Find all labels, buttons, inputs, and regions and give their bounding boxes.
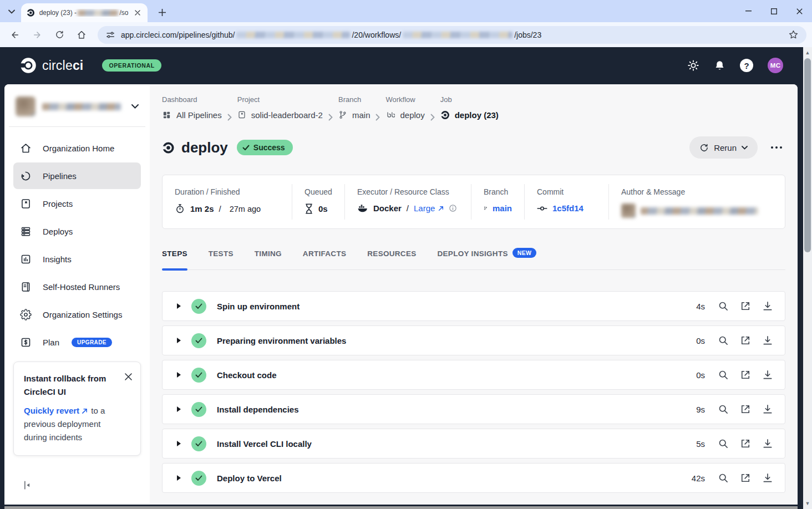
circleci-logo[interactable]: circleci bbox=[20, 57, 83, 74]
sidebar-item-plan[interactable]: Plan UPGRADE bbox=[13, 329, 141, 355]
notifications-button[interactable] bbox=[714, 59, 725, 72]
window-close-button[interactable] bbox=[786, 0, 812, 22]
step-name: Install Vercel CLI locally bbox=[217, 439, 312, 449]
step-row-deploy-to-vercel[interactable]: Deploy to Vercel 42s bbox=[162, 463, 785, 493]
scroll-up-arrow[interactable]: ▲ bbox=[803, 48, 812, 57]
upgrade-badge[interactable]: UPGRADE bbox=[72, 338, 112, 347]
expand-caret-icon[interactable] bbox=[177, 372, 181, 378]
horizontal-scrollbar[interactable] bbox=[4, 506, 798, 509]
download-output-button[interactable] bbox=[762, 369, 774, 381]
window-minimize-button[interactable] bbox=[735, 0, 761, 22]
status-operational-badge[interactable]: OPERATIONAL bbox=[102, 59, 161, 72]
sidebar-item-organization-settings[interactable]: Organization Settings bbox=[13, 301, 141, 328]
window-maximize-button[interactable] bbox=[761, 0, 786, 22]
search-output-button[interactable] bbox=[717, 369, 729, 381]
sidebar-item-insights[interactable]: Insights bbox=[13, 246, 141, 272]
back-button[interactable] bbox=[6, 26, 24, 44]
sidebar-item-organization-home[interactable]: Organization Home bbox=[13, 135, 141, 161]
breadcrumb-project-link[interactable]: solid-leaderboard-2 bbox=[237, 109, 323, 121]
reload-button[interactable] bbox=[50, 26, 69, 44]
open-in-new-button[interactable] bbox=[739, 437, 752, 450]
tab-close-icon[interactable] bbox=[133, 8, 143, 18]
breadcrumb-branch-link[interactable]: main bbox=[338, 109, 371, 121]
expand-caret-icon[interactable] bbox=[177, 475, 181, 481]
download-output-button[interactable] bbox=[762, 334, 774, 347]
open-in-new-button[interactable] bbox=[739, 334, 752, 347]
org-switcher[interactable] bbox=[4, 84, 150, 126]
rerun-button[interactable]: Rerun bbox=[689, 136, 758, 159]
download-output-button[interactable] bbox=[762, 403, 774, 415]
success-check-icon bbox=[191, 436, 206, 451]
tab-deploy-insights[interactable]: DEPLOY INSIGHTSNEW bbox=[438, 250, 537, 269]
breadcrumb-workflow-link[interactable]: deploy bbox=[385, 109, 424, 121]
step-row-install-vercel-cli[interactable]: Install Vercel CLI locally 5s bbox=[162, 429, 785, 459]
branch-link[interactable]: main bbox=[493, 203, 512, 213]
open-in-new-button[interactable] bbox=[739, 300, 752, 312]
new-badge: NEW bbox=[512, 248, 536, 258]
quickly-revert-link[interactable]: Quickly revert bbox=[24, 406, 79, 415]
window-controls bbox=[735, 0, 812, 22]
tab-timing[interactable]: TIMING bbox=[255, 250, 282, 269]
more-options-button[interactable] bbox=[771, 146, 782, 149]
tab-tests[interactable]: TESTS bbox=[209, 250, 234, 269]
commit-link[interactable]: 1c5fd14 bbox=[552, 203, 583, 213]
info-duration: Duration / Finished 1m 2s / 27m ago bbox=[163, 184, 292, 220]
download-output-button[interactable] bbox=[762, 437, 774, 450]
open-in-new-button[interactable] bbox=[739, 403, 752, 415]
search-output-button[interactable] bbox=[717, 334, 729, 347]
promo-close-button[interactable] bbox=[123, 371, 134, 382]
job-title-row: deploy Success Rerun bbox=[162, 135, 785, 160]
breadcrumb-branch: Branch main bbox=[338, 95, 371, 121]
blurred-tab-text bbox=[78, 10, 118, 16]
expand-caret-icon[interactable] bbox=[177, 406, 181, 412]
help-button[interactable]: ? bbox=[740, 59, 753, 72]
sidebar-item-deploys[interactable]: Deploys bbox=[13, 218, 141, 245]
info-label: Executor / Resource Class bbox=[357, 187, 459, 196]
chevron-down-icon bbox=[742, 146, 748, 150]
sidebar-item-label: Pipelines bbox=[43, 171, 77, 181]
bookmark-star-button[interactable] bbox=[788, 29, 799, 40]
scroll-down-arrow[interactable]: ▼ bbox=[803, 499, 812, 508]
tab-steps[interactable]: STEPS bbox=[162, 250, 187, 269]
scrollbar-thumb[interactable] bbox=[804, 58, 811, 252]
breadcrumb-all-pipelines-link[interactable]: All Pipelines bbox=[162, 109, 222, 121]
tab-artifacts[interactable]: ARTIFACTS bbox=[303, 250, 346, 269]
home-button[interactable] bbox=[72, 26, 91, 44]
search-output-button[interactable] bbox=[717, 472, 729, 484]
vertical-scrollbar[interactable]: ▲ ▼ bbox=[803, 47, 812, 509]
tab-search-button[interactable] bbox=[4, 5, 19, 18]
chevron-right-icon bbox=[323, 109, 338, 121]
new-tab-button[interactable] bbox=[154, 4, 170, 20]
search-output-button[interactable] bbox=[717, 403, 729, 415]
open-in-new-button[interactable] bbox=[739, 472, 752, 484]
tab-resources[interactable]: RESOURCES bbox=[367, 250, 416, 269]
expand-caret-icon[interactable] bbox=[177, 441, 181, 446]
info-icon[interactable] bbox=[449, 204, 457, 212]
info-label: Author & Message bbox=[621, 187, 773, 196]
expand-caret-icon[interactable] bbox=[177, 303, 181, 309]
download-output-button[interactable] bbox=[762, 472, 774, 484]
resource-class-link[interactable]: Large bbox=[414, 203, 435, 213]
site-settings-icon[interactable] bbox=[105, 30, 115, 40]
step-row-install-dependencies[interactable]: Install dependencies 9s bbox=[162, 394, 785, 424]
download-output-button[interactable] bbox=[762, 300, 774, 312]
browser-tab[interactable]: deploy (23) - /so bbox=[21, 3, 148, 22]
search-output-button[interactable] bbox=[717, 437, 729, 450]
step-row-spin-up-environment[interactable]: Spin up environment 4s bbox=[162, 291, 785, 321]
expand-caret-icon[interactable] bbox=[177, 338, 181, 343]
sidebar-item-self-hosted-runners[interactable]: Self-Hosted Runners bbox=[13, 273, 141, 300]
step-name: Spin up environment bbox=[217, 302, 300, 311]
theme-toggle-button[interactable] bbox=[687, 59, 699, 72]
blurred-org-name bbox=[42, 103, 121, 110]
forward-button[interactable] bbox=[28, 26, 47, 44]
open-in-new-button[interactable] bbox=[739, 369, 752, 381]
step-row-checkout-code[interactable]: Checkout code 0s bbox=[162, 360, 785, 390]
search-output-button[interactable] bbox=[717, 300, 729, 312]
step-row-preparing-environment-variables[interactable]: Preparing environment variables 0s bbox=[162, 325, 785, 355]
collapse-sidebar-button[interactable] bbox=[20, 478, 34, 492]
sidebar-item-projects[interactable]: Projects bbox=[13, 190, 141, 217]
user-avatar[interactable]: MC bbox=[768, 58, 783, 73]
url-bar[interactable]: app.circleci.com/pipelines/github//20/wo… bbox=[98, 26, 806, 44]
info-executor: Executor / Resource Class Docker / Large bbox=[344, 184, 471, 220]
sidebar-item-pipelines[interactable]: Pipelines bbox=[13, 162, 141, 189]
